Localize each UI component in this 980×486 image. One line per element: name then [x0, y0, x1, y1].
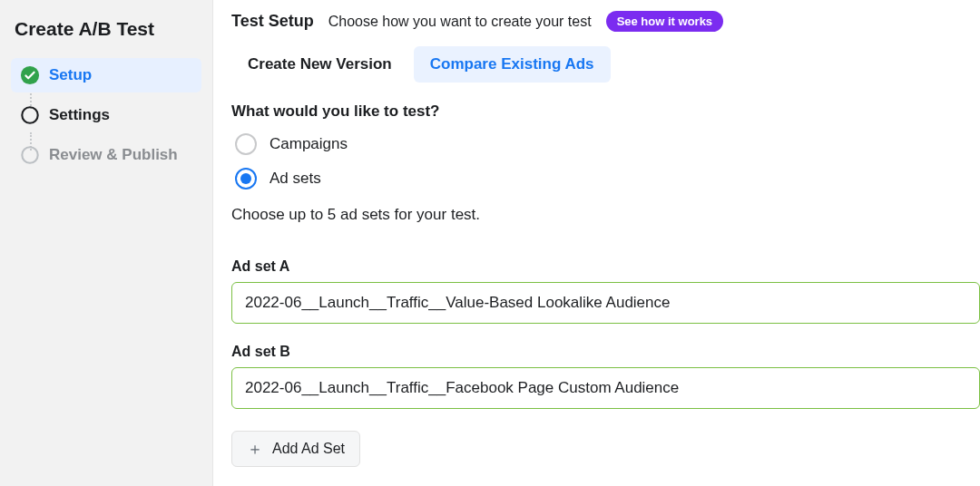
plus-icon: ＋ [247, 441, 263, 457]
radio-selected-icon [235, 168, 257, 190]
tab-create-new-version[interactable]: Create New Version [231, 46, 408, 83]
header-row: Test Setup Choose how you want to create… [231, 11, 980, 32]
test-target-radios: Campaigns Ad sets [231, 133, 980, 190]
page-title: Test Setup [231, 12, 314, 31]
adset-b-label: Ad set B [231, 344, 980, 360]
test-question: What would you like to test? [231, 102, 980, 121]
radio-unselected-icon [235, 133, 257, 155]
create-mode-tabs: Create New Version Compare Existing Ads [231, 46, 980, 83]
add-ad-set-label: Add Ad Set [272, 441, 345, 457]
step-review-publish[interactable]: Review & Publish [11, 138, 201, 172]
adset-a-label: Ad set A [231, 258, 980, 275]
radio-label: Ad sets [270, 170, 321, 188]
adset-b-group: Ad set B 2022-06__Launch__Traffic__Faceb… [231, 344, 980, 409]
check-circle-icon [20, 65, 40, 85]
page-subtitle: Choose how you want to create your test [328, 14, 592, 30]
limit-note: Choose up to 5 ad sets for your test. [231, 206, 980, 224]
tab-compare-existing-ads[interactable]: Compare Existing Ads [414, 46, 611, 83]
adset-a-group: Ad set A 2022-06__Launch__Traffic__Value… [231, 258, 980, 324]
step-label: Setup [49, 66, 92, 84]
main-panel: Test Setup Choose how you want to create… [213, 0, 980, 486]
svg-point-1 [22, 107, 37, 122]
circle-outline-icon [20, 105, 40, 125]
sidebar-steps: Setup Settings Review & Publish [11, 58, 201, 178]
sidebar-title: Create A/B Test [15, 18, 198, 40]
adset-a-select[interactable]: 2022-06__Launch__Traffic__Value-Based Lo… [231, 282, 980, 324]
radio-inner-dot [240, 173, 251, 184]
radio-ad-sets[interactable]: Ad sets [231, 168, 980, 190]
step-label: Review & Publish [49, 146, 178, 164]
step-label: Settings [49, 106, 110, 124]
sidebar: Create A/B Test Setup Settings R [0, 0, 213, 486]
radio-campaigns[interactable]: Campaigns [231, 133, 980, 155]
circle-outline-icon [20, 145, 40, 165]
step-settings[interactable]: Settings [11, 98, 201, 132]
see-how-it-works-button[interactable]: See how it works [606, 11, 723, 32]
step-setup[interactable]: Setup [11, 58, 201, 92]
svg-point-2 [22, 147, 37, 162]
add-ad-set-button[interactable]: ＋ Add Ad Set [231, 431, 360, 467]
radio-label: Campaigns [270, 135, 348, 153]
adset-b-select[interactable]: 2022-06__Launch__Traffic__Facebook Page … [231, 367, 980, 409]
